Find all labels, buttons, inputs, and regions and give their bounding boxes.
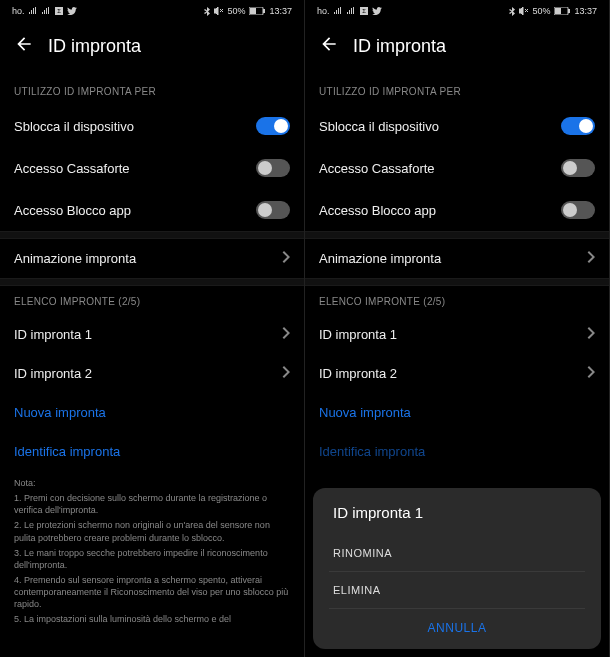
chevron-right-icon — [282, 366, 290, 381]
row-animation[interactable]: Animazione impronta — [305, 239, 609, 278]
row-applock-label: Accesso Blocco app — [319, 203, 436, 218]
back-icon[interactable] — [14, 34, 34, 58]
toggle-unlock[interactable] — [561, 117, 595, 135]
signal-icon — [29, 7, 38, 15]
section-list-label: ELENCO IMPRONTE (2/5) — [305, 286, 609, 315]
note-5: 5. La impostazioni sulla luminosità dell… — [14, 613, 290, 625]
row-unlock[interactable]: Sblocca il dispositivo — [0, 105, 304, 147]
row-unlock-label: Sblocca il dispositivo — [319, 119, 439, 134]
row-fingerprint-2[interactable]: ID impronta 2 — [305, 354, 609, 393]
toggle-safebox[interactable] — [561, 159, 595, 177]
row-safebox-label: Accesso Cassaforte — [319, 161, 435, 176]
screen-left: ho. Σ 50% 13:37 — [0, 0, 305, 657]
context-dialog: ID impronta 1 RINOMINA ELIMINA ANNULLA — [313, 488, 601, 649]
link-new-fingerprint[interactable]: Nuova impronta — [0, 393, 304, 432]
fingerprint-2-label: ID impronta 2 — [14, 366, 92, 381]
fingerprint-1-label: ID impronta 1 — [319, 327, 397, 342]
mute-icon — [214, 7, 223, 15]
dialog-cancel[interactable]: ANNULLA — [329, 609, 585, 643]
bluetooth-icon — [204, 7, 210, 16]
toggle-applock[interactable] — [256, 201, 290, 219]
note-1: 1. Premi con decisione sullo schermo dur… — [14, 492, 290, 516]
twitter-icon — [372, 7, 382, 15]
note-3: 3. Le mani troppo secche potrebbero impe… — [14, 547, 290, 571]
svg-rect-3 — [250, 8, 256, 14]
battery-percent: 50% — [532, 6, 550, 16]
svg-text:Σ: Σ — [362, 8, 366, 14]
clock: 13:37 — [574, 6, 597, 16]
mute-icon — [519, 7, 528, 15]
screen-right: ho. Σ 50% 13:37 — [305, 0, 610, 657]
bluetooth-icon — [509, 7, 515, 16]
divider — [0, 278, 304, 286]
battery-icon — [554, 7, 570, 15]
signal-icon — [334, 7, 343, 15]
row-applock-label: Accesso Blocco app — [14, 203, 131, 218]
svg-text:Σ: Σ — [57, 8, 61, 14]
header: ID impronta — [305, 20, 609, 76]
signal-icon-2 — [347, 7, 356, 15]
svg-rect-4 — [263, 9, 265, 13]
row-animation-label: Animazione impronta — [14, 251, 136, 266]
note-2: 2. Le protezioni schermo non originali o… — [14, 519, 290, 543]
twitter-icon — [67, 7, 77, 15]
fingerprint-2-label: ID impronta 2 — [319, 366, 397, 381]
chevron-right-icon — [587, 251, 595, 266]
section-list-label: ELENCO IMPRONTE (2/5) — [0, 286, 304, 315]
row-fingerprint-2[interactable]: ID impronta 2 — [0, 354, 304, 393]
row-applock[interactable]: Accesso Blocco app — [0, 189, 304, 231]
dialog-rename[interactable]: RINOMINA — [329, 535, 585, 572]
row-unlock[interactable]: Sblocca il dispositivo — [305, 105, 609, 147]
chevron-right-icon — [282, 327, 290, 342]
note-4: 4. Premendo sul sensore impronta a scher… — [14, 574, 290, 610]
fingerprint-1-label: ID impronta 1 — [14, 327, 92, 342]
carrier-label: ho. — [12, 6, 25, 16]
link-identify-fingerprint[interactable]: Identifica impronta — [0, 432, 304, 471]
svg-rect-8 — [555, 8, 561, 14]
row-fingerprint-1[interactable]: ID impronta 1 — [305, 315, 609, 354]
svg-rect-9 — [568, 9, 570, 13]
chevron-right-icon — [282, 251, 290, 266]
section-usage-label: UTILIZZO ID IMPRONTA PER — [0, 76, 304, 105]
carrier-label: ho. — [317, 6, 330, 16]
divider — [305, 278, 609, 286]
row-unlock-label: Sblocca il dispositivo — [14, 119, 134, 134]
battery-icon — [249, 7, 265, 15]
signal-icon-2 — [42, 7, 51, 15]
notes-heading: Nota: — [14, 477, 290, 489]
section-usage-label: UTILIZZO ID IMPRONTA PER — [305, 76, 609, 105]
divider — [0, 231, 304, 239]
header: ID impronta — [0, 20, 304, 76]
toggle-safebox[interactable] — [256, 159, 290, 177]
chevron-right-icon — [587, 327, 595, 342]
row-safebox-label: Accesso Cassaforte — [14, 161, 130, 176]
toggle-applock[interactable] — [561, 201, 595, 219]
dialog-delete[interactable]: ELIMINA — [329, 572, 585, 609]
link-identify-fingerprint[interactable]: Identifica impronta — [305, 432, 609, 471]
toggle-unlock[interactable] — [256, 117, 290, 135]
dialog-title: ID impronta 1 — [329, 504, 585, 521]
app-indicator-icon: Σ — [360, 7, 368, 15]
divider — [305, 231, 609, 239]
row-applock[interactable]: Accesso Blocco app — [305, 189, 609, 231]
app-indicator-icon: Σ — [55, 7, 63, 15]
page-title: ID impronta — [353, 36, 446, 57]
back-icon[interactable] — [319, 34, 339, 58]
row-safebox[interactable]: Accesso Cassaforte — [305, 147, 609, 189]
battery-percent: 50% — [227, 6, 245, 16]
link-new-fingerprint[interactable]: Nuova impronta — [305, 393, 609, 432]
clock: 13:37 — [269, 6, 292, 16]
page-title: ID impronta — [48, 36, 141, 57]
row-safebox[interactable]: Accesso Cassaforte — [0, 147, 304, 189]
chevron-right-icon — [587, 366, 595, 381]
row-fingerprint-1[interactable]: ID impronta 1 — [0, 315, 304, 354]
row-animation-label: Animazione impronta — [319, 251, 441, 266]
status-bar: ho. Σ 50% 13:37 — [305, 0, 609, 20]
row-animation[interactable]: Animazione impronta — [0, 239, 304, 278]
notes-block: Nota: 1. Premi con decisione sullo scher… — [0, 471, 304, 635]
status-bar: ho. Σ 50% 13:37 — [0, 0, 304, 20]
